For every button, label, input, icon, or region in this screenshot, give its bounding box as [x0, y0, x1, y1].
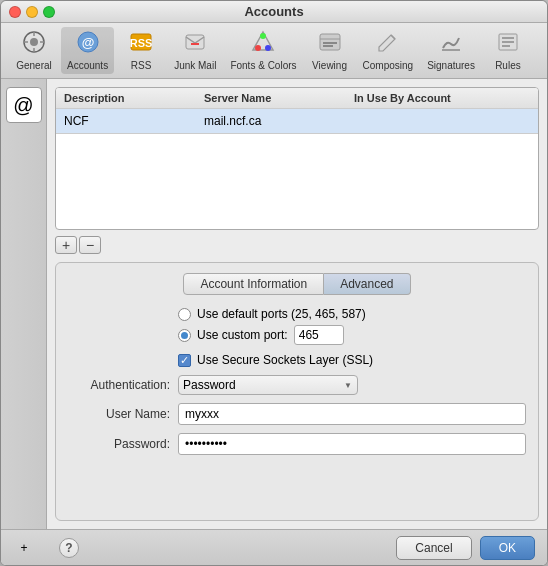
- titlebar: Accounts: [1, 1, 547, 23]
- tabs: Account Information Advanced: [68, 273, 526, 295]
- general-label: General: [16, 60, 52, 71]
- composing-label: Composing: [363, 60, 414, 71]
- remove-server-button[interactable]: −: [79, 236, 101, 254]
- toolbar-fonts-colors[interactable]: Fonts & Colors: [224, 27, 302, 74]
- authentication-row: Authentication: None Password MD5 Challe…: [68, 375, 526, 395]
- rules-icon: [496, 30, 520, 58]
- username-input[interactable]: [178, 403, 526, 425]
- svg-text:RSS: RSS: [130, 37, 153, 49]
- radio-custom-port[interactable]: [178, 329, 191, 342]
- radio-custom-port-row: Use custom port:: [178, 325, 526, 345]
- row-server-name: mail.ncf.ca: [196, 112, 346, 130]
- sidebar-add-icon: +: [20, 541, 27, 555]
- help-button[interactable]: ?: [59, 538, 79, 558]
- ssl-checkbox[interactable]: ✓: [178, 354, 191, 367]
- radio-default-ports[interactable]: [178, 308, 191, 321]
- minimize-button[interactable]: [26, 6, 38, 18]
- password-label: Password:: [68, 437, 178, 451]
- sidebar-account-icon[interactable]: @: [6, 87, 42, 123]
- ssl-checkbox-row: ✓ Use Secure Sockets Layer (SSL): [178, 353, 526, 367]
- toolbar-general[interactable]: General: [9, 27, 59, 74]
- rules-label: Rules: [495, 60, 521, 71]
- radio-custom-port-label: Use custom port:: [197, 328, 288, 342]
- toolbar-rss[interactable]: RSS RSS: [116, 27, 166, 74]
- rss-icon: RSS: [129, 30, 153, 58]
- add-remove-bar: + −: [55, 236, 539, 254]
- account-at-icon: @: [13, 94, 33, 117]
- cancel-button[interactable]: Cancel: [396, 536, 471, 560]
- tab-advanced[interactable]: Advanced: [324, 273, 410, 295]
- toolbar-signatures[interactable]: Signatures: [421, 27, 481, 74]
- svg-point-16: [260, 33, 266, 39]
- custom-port-input[interactable]: [294, 325, 344, 345]
- window-title: Accounts: [244, 4, 303, 19]
- sidebar-add-button[interactable]: +: [1, 529, 47, 565]
- tab-account-info[interactable]: Account Information: [183, 273, 324, 295]
- bottom-buttons: Cancel OK: [396, 536, 535, 560]
- svg-point-1: [30, 38, 38, 46]
- ssl-checkbox-label: Use Secure Sockets Layer (SSL): [197, 353, 373, 367]
- sidebar: @: [1, 79, 47, 529]
- signatures-icon: [439, 30, 463, 58]
- junk-mail-icon: [183, 30, 207, 58]
- svg-rect-19: [323, 42, 337, 44]
- composing-icon: [376, 30, 400, 58]
- add-server-button[interactable]: +: [55, 236, 77, 254]
- username-label: User Name:: [68, 407, 178, 421]
- ok-button[interactable]: OK: [480, 536, 535, 560]
- toolbar-junk-mail[interactable]: Junk Mail: [168, 27, 222, 74]
- password-row: Password:: [68, 433, 526, 455]
- fonts-colors-icon: [251, 30, 275, 58]
- viewing-icon: [318, 30, 342, 58]
- radio-default-ports-row: Use default ports (25, 465, 587): [178, 307, 526, 321]
- accounts-icon: @: [76, 30, 100, 58]
- authentication-label: Authentication:: [68, 378, 178, 392]
- right-panel: Description Server Name In Use By Accoun…: [47, 79, 547, 529]
- col-inuse-header: In Use By Account: [346, 90, 538, 106]
- col-description-header: Description: [56, 90, 196, 106]
- server-table-body: NCF mail.ncf.ca: [56, 109, 538, 229]
- password-input[interactable]: [178, 433, 526, 455]
- rss-label: RSS: [131, 60, 152, 71]
- server-table-header: Description Server Name In Use By Accoun…: [56, 88, 538, 109]
- main-window: Accounts General @ Accounts RSS RSS Junk: [0, 0, 548, 566]
- bottom-bar: ? Cancel OK: [47, 529, 547, 565]
- table-row[interactable]: NCF mail.ncf.ca: [56, 109, 538, 134]
- main-content: @ Description Server Name In Use By Acco…: [1, 79, 547, 529]
- settings-panel: Account Information Advanced Use default…: [55, 262, 539, 521]
- close-button[interactable]: [9, 6, 21, 18]
- toolbar: General @ Accounts RSS RSS Junk Mail Fon…: [1, 23, 547, 79]
- toolbar-viewing[interactable]: Viewing: [305, 27, 355, 74]
- junk-mail-label: Junk Mail: [174, 60, 216, 71]
- traffic-lights: [9, 6, 55, 18]
- row-in-use: [346, 112, 538, 130]
- svg-rect-20: [323, 45, 333, 47]
- server-table: Description Server Name In Use By Accoun…: [55, 87, 539, 230]
- svg-rect-10: [186, 35, 204, 49]
- username-row: User Name:: [68, 403, 526, 425]
- viewing-label: Viewing: [312, 60, 347, 71]
- outer-bottom: + ? Cancel OK: [1, 529, 547, 565]
- accounts-label: Accounts: [67, 60, 108, 71]
- radio-group-ports: Use default ports (25, 465, 587) Use cus…: [178, 307, 526, 345]
- signatures-label: Signatures: [427, 60, 475, 71]
- radio-default-ports-label: Use default ports (25, 465, 587): [197, 307, 366, 321]
- fonts-colors-label: Fonts & Colors: [230, 60, 296, 71]
- toolbar-accounts[interactable]: @ Accounts: [61, 27, 114, 74]
- toolbar-rules[interactable]: Rules: [483, 27, 533, 74]
- col-server-header: Server Name: [196, 90, 346, 106]
- authentication-select[interactable]: None Password MD5 Challenge-Response NTL…: [178, 375, 358, 395]
- toolbar-composing[interactable]: Composing: [357, 27, 420, 74]
- row-description: NCF: [56, 112, 196, 130]
- general-icon: [22, 30, 46, 58]
- svg-point-14: [255, 45, 261, 51]
- svg-text:@: @: [81, 35, 94, 50]
- authentication-select-wrapper: None Password MD5 Challenge-Response NTL…: [178, 375, 358, 395]
- svg-point-15: [265, 45, 271, 51]
- maximize-button[interactable]: [43, 6, 55, 18]
